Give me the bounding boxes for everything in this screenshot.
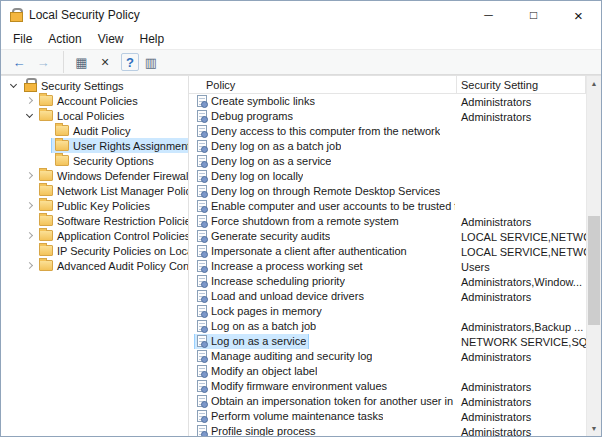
policy-name: Increase scheduling priority [211,275,345,287]
table-row[interactable]: Deny log on locally [189,169,586,184]
policy-cell: Deny log on through Remote Desktop Servi… [189,184,457,200]
chevron-icon[interactable] [23,99,36,103]
back-button[interactable]: ← [7,51,31,73]
tree-item[interactable]: Audit Policy [1,123,188,138]
tree-item[interactable]: Account Policies [1,93,188,108]
help-button[interactable]: ? [121,53,139,71]
policy-cell: Generate security audits [189,229,457,245]
column-header-policy[interactable]: Policy [189,76,457,93]
table-row[interactable]: Increase scheduling priority Administrat… [189,274,586,289]
scroll-down-icon[interactable]: ▼ [587,421,601,436]
chevron-icon[interactable] [23,204,36,208]
security-setting-value: Administrators [457,426,586,437]
policy-doc-icon [197,215,207,227]
tree-item[interactable]: Software Restriction Policies [1,213,188,228]
chevron-icon[interactable] [23,264,36,268]
chevron-icon[interactable] [23,174,36,178]
toolbar: ←→▦×?▥ [1,49,601,75]
policy-cell-content: Create symbolic links [195,94,317,109]
table-row[interactable]: Deny access to this computer from the ne… [189,124,586,139]
table-row[interactable]: Deny log on as a batch job [189,139,586,154]
security-setting-value: LOCAL SERVICE,NETWO... [457,231,586,243]
policy-doc-icon [197,425,207,436]
tree-item[interactable]: Security Settings [1,78,188,93]
policy-doc-icon [197,395,207,407]
delete-button[interactable]: × [93,51,117,73]
table-row[interactable]: Generate security audits LOCAL SERVICE,N… [189,229,586,244]
tree-item[interactable]: Security Options [1,153,188,168]
menu-item[interactable]: View [90,30,132,48]
close-button[interactable]: × [556,1,601,29]
table-row[interactable]: Log on as a batch job Administrators,Bac… [189,319,586,334]
table-row[interactable]: Lock pages in memory [189,304,586,319]
table-row[interactable]: Profile single process Administrators [189,424,586,436]
policy-name: Generate security audits [211,230,330,242]
tree-item[interactable]: Network List Manager Policies [1,183,188,198]
policy-cell: Impersonate a client after authenticatio… [189,244,457,260]
scrollbar-thumb[interactable] [588,216,600,325]
table-row[interactable]: Create symbolic links Administrators [189,94,586,109]
policy-doc-icon [197,185,207,197]
policy-cell: Create symbolic links [189,94,457,109]
security-setting-value: Administrators [457,291,586,303]
policy-name: Increase a process working set [211,260,363,272]
table-row[interactable]: Manage auditing and security log Adminis… [189,349,586,364]
export-list-button[interactable]: ▥ [139,51,163,73]
tree-item-content: Security Settings [20,78,127,93]
menu-item[interactable]: Action [40,30,89,48]
policy-doc-icon [197,110,207,122]
column-header-security-setting[interactable]: Security Setting [457,76,586,93]
tree-item[interactable]: User Rights Assignment [1,138,188,153]
policy-name: Modify an object label [211,365,317,377]
menu-item[interactable]: Help [132,30,173,48]
policy-name: Modify firmware environment values [211,380,387,392]
table-row[interactable]: Log on as a service NETWORK SERVICE,SQL.… [189,334,586,349]
tree-item-label: IP Security Policies on Local Compute [57,245,188,257]
minimize-button[interactable]: ─ [466,1,511,29]
table-row[interactable]: Force shutdown from a remote system Admi… [189,214,586,229]
policy-cell: Lock pages in memory [189,304,457,320]
table-row[interactable]: Debug programs Administrators [189,109,586,124]
tree-item[interactable]: Application Control Policies [1,228,188,243]
tree-item-content: Account Policies [36,93,141,108]
policy-doc-icon [197,305,207,317]
policy-doc-icon [197,290,207,302]
scroll-up-icon[interactable]: ▲ [587,76,601,91]
folder-icon [39,215,53,226]
table-row[interactable]: Impersonate a client after authenticatio… [189,244,586,259]
vertical-scrollbar[interactable]: ▲ ▼ [586,76,601,436]
policy-cell-content: Debug programs [195,109,295,124]
menu-item[interactable]: File [5,30,40,48]
folder-icon [55,140,69,151]
table-row[interactable]: Enable computer and user accounts to be … [189,199,586,214]
policy-name: Perform volume maintenance tasks [211,410,383,422]
table-row[interactable]: Deny log on through Remote Desktop Servi… [189,184,586,199]
policy-name: Debug programs [211,110,293,122]
forward-button[interactable]: → [31,51,55,73]
chevron-icon[interactable] [23,234,36,238]
maximize-button[interactable]: □ [511,1,556,29]
table-row[interactable]: Load and unload device drivers Administr… [189,289,586,304]
table-row[interactable]: Perform volume maintenance tasks Adminis… [189,409,586,424]
tree-item[interactable]: Local Policies [1,108,188,123]
show-console-tree-button[interactable]: ▦ [63,51,93,73]
table-row[interactable]: Obtain an impersonation token for anothe… [189,394,586,409]
tree-item[interactable]: Advanced Audit Policy Configuration [1,258,188,273]
tree-item-label: Security Options [73,155,154,167]
policy-name: Deny log on through Remote Desktop Servi… [211,185,440,197]
table-row[interactable]: Increase a process working set Users [189,259,586,274]
table-row[interactable]: Modify firmware environment values Admin… [189,379,586,394]
chevron-icon[interactable] [23,114,36,117]
policy-cell: Log on as a batch job [189,319,457,335]
tree-item[interactable]: Public Key Policies [1,198,188,213]
tree-item[interactable]: IP Security Policies on Local Compute [1,243,188,258]
table-row[interactable]: Deny log on as a service [189,154,586,169]
folder-icon [39,200,53,211]
tree-item-content: User Rights Assignment [52,138,188,153]
table-row[interactable]: Modify an object label [189,364,586,379]
security-setting-value: NETWORK SERVICE,SQL... [457,336,586,348]
folder-icon [39,230,53,241]
tree-item[interactable]: Windows Defender Firewall with Adva [1,168,188,183]
chevron-icon[interactable] [7,84,20,87]
scrollbar-track[interactable] [587,91,601,421]
